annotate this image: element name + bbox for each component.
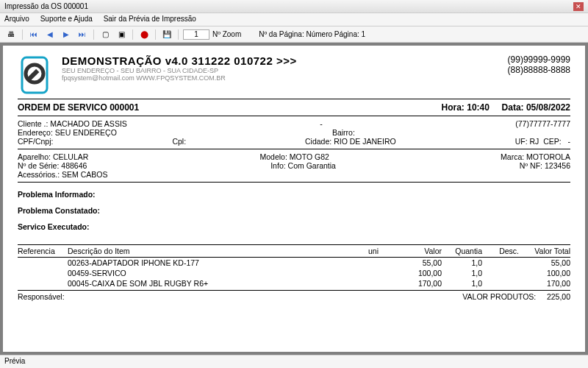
item-val: 100,00 [398, 269, 442, 277]
item-val: 55,00 [398, 258, 442, 267]
serie-label: Nº de Série: [18, 161, 59, 170]
problema-constatado-label: Problema Constatado: [18, 206, 570, 215]
preview-workspace: DEMONSTRAÇÃO v4.0 311222 010722 >>> SEU … [0, 43, 588, 355]
cliente-label: Cliente .: [18, 119, 48, 128]
cidade-label: Cidade: [305, 137, 331, 146]
item-tot: 100,00 [519, 269, 570, 277]
info-label: Info: [270, 161, 285, 170]
cpl-label: Cpl: [172, 137, 186, 146]
hora-label: Hora: [442, 102, 465, 113]
next-page-button[interactable]: ▶ [60, 29, 73, 40]
document-page: DEMONSTRAÇÃO v4.0 311222 010722 >>> SEU … [3, 46, 585, 352]
acess-value: SEM CABOS [62, 170, 107, 179]
last-page-button[interactable]: ⏭ [76, 29, 89, 40]
problema-informado-label: Problema Informado: [18, 190, 570, 199]
company-contact: fpqsystem@hotmail.com WWW.FPQSYSTEM.COM.… [62, 74, 498, 82]
item-qty: 1,0 [442, 258, 482, 267]
serie-value: 488646 [61, 161, 87, 170]
servico-executado-label: Servico Executado: [18, 222, 570, 231]
data-value: 05/08/2022 [526, 102, 570, 113]
cidade-value: RIO DE JANEIRO [334, 137, 396, 146]
print-button[interactable]: 🖶 [4, 29, 18, 40]
item-desc: 00045-CAIXA DE SOM JBL RUGBY R6+ [68, 279, 368, 288]
company-phone2: (88)88888-8888 [508, 65, 570, 75]
cliente-fone: (77)77777-7777 [515, 119, 570, 128]
col-total: Valor Total [519, 247, 570, 255]
item-row: 00045-CAIXA DE SOM JBL RUGBY R6+ 170,00 … [18, 278, 570, 289]
separator [178, 29, 179, 40]
data-label: Data: [502, 102, 524, 113]
cep-value: - [567, 137, 570, 146]
separator [155, 29, 156, 40]
marca-value: MOTOROLA [526, 152, 570, 161]
company-phone1: (99)99999-9999 [508, 54, 570, 65]
statusbar: Prévia [0, 355, 588, 368]
divider [18, 182, 570, 183]
modelo-value: MOTO G82 [290, 152, 329, 161]
info-value: Com Garantia [288, 161, 336, 170]
divider [18, 149, 570, 149]
menu-suporte[interactable]: Suporte e Ajuda [40, 15, 93, 23]
item-ref [18, 258, 68, 267]
col-referencia: Referencia [18, 247, 68, 255]
uf-label: UF: [515, 137, 528, 146]
stop-button[interactable]: ⬤ [137, 29, 151, 40]
item-row: 00263-ADAPTADOR IPHONE KD-177 55,00 1,0 … [18, 258, 570, 268]
col-uni: uni [368, 247, 398, 255]
col-valor: Valor [398, 247, 442, 255]
zoom-label: Nº Zoom [212, 30, 241, 38]
responsavel-label: Responsável: [18, 292, 65, 301]
page-label: Nº da Página: Número Página: 1 [259, 30, 365, 38]
menu-arquivo[interactable]: Arquivo [4, 15, 29, 23]
divider [18, 99, 570, 99]
company-logo-icon [18, 54, 51, 96]
zoom-input[interactable]: 1 [183, 29, 209, 40]
view-100-button[interactable]: ▣ [115, 29, 128, 40]
item-tot: 55,00 [519, 258, 570, 267]
bairro-label: Bairro: [332, 128, 355, 137]
item-row: 00459-SERVICO 100,00 1,0 100,00 [18, 268, 570, 278]
cpf-label: CPF/Cnpj: [18, 137, 53, 146]
menubar: Arquivo Suporte e Ajuda Sair da Prévia d… [0, 13, 588, 26]
hora-value: 10:40 [467, 102, 490, 113]
divider [18, 116, 570, 116]
item-val: 170,00 [398, 279, 442, 288]
company-name: DEMONSTRAÇÃO v4.0 311222 010722 >>> [62, 54, 498, 67]
marca-label: Marca: [501, 152, 524, 161]
separator [22, 29, 23, 40]
endereco-value: SEU ENDEREÇO [55, 128, 117, 137]
aparelho-label: Aparelho: [18, 152, 51, 161]
items-header: Referencia Descrição do Item uni Valor Q… [18, 244, 570, 258]
acess-label: Acessórios.: [18, 170, 60, 179]
toolbar: 🖶 ⏮ ◀ ▶ ⏭ ▢ ▣ ⬤ 💾 1 Nº Zoom Nº da Página… [0, 26, 588, 43]
item-qty: 1,0 [442, 269, 482, 277]
window-close-button[interactable]: ✕ [573, 2, 584, 11]
col-desc: Desc. [482, 247, 519, 255]
save-button[interactable]: 💾 [160, 29, 173, 40]
item-tot: 170,00 [519, 279, 570, 288]
view-fit-button[interactable]: ▢ [98, 29, 112, 40]
status-text: Prévia [4, 357, 25, 365]
cep-label: CEP: [543, 137, 562, 146]
item-desc: 00459-SERVICO [68, 269, 368, 277]
endereco-label: Endereço: [18, 128, 53, 137]
prev-page-button[interactable]: ◀ [43, 29, 57, 40]
menu-sair[interactable]: Sair da Prévia de Impressão [104, 15, 196, 23]
company-address: SEU ENDEREÇO - SEU BAIRRO - SUA CIDADE-S… [62, 67, 498, 74]
cliente-dash: - [320, 119, 323, 128]
cliente-nome: MACHADO DE ASSIS [50, 119, 126, 128]
item-ref [18, 269, 68, 277]
item-qty: 1,0 [442, 279, 482, 288]
col-quantia: Quantia [442, 247, 482, 255]
nf-label: Nº NF: [520, 161, 542, 170]
total-label: VALOR PRODUTOS: [462, 292, 536, 301]
separator [132, 29, 133, 40]
item-desc: 00263-ADAPTADOR IPHONE KD-177 [68, 258, 368, 267]
aparelho-value: CELULAR [53, 152, 88, 161]
separator [93, 29, 94, 40]
first-page-button[interactable]: ⏮ [27, 29, 40, 40]
item-ref [18, 279, 68, 288]
col-descricao: Descrição do Item [68, 247, 368, 255]
svg-rect-2 [26, 69, 39, 82]
order-title: ORDEM DE SERVICO 000001 [18, 102, 139, 113]
